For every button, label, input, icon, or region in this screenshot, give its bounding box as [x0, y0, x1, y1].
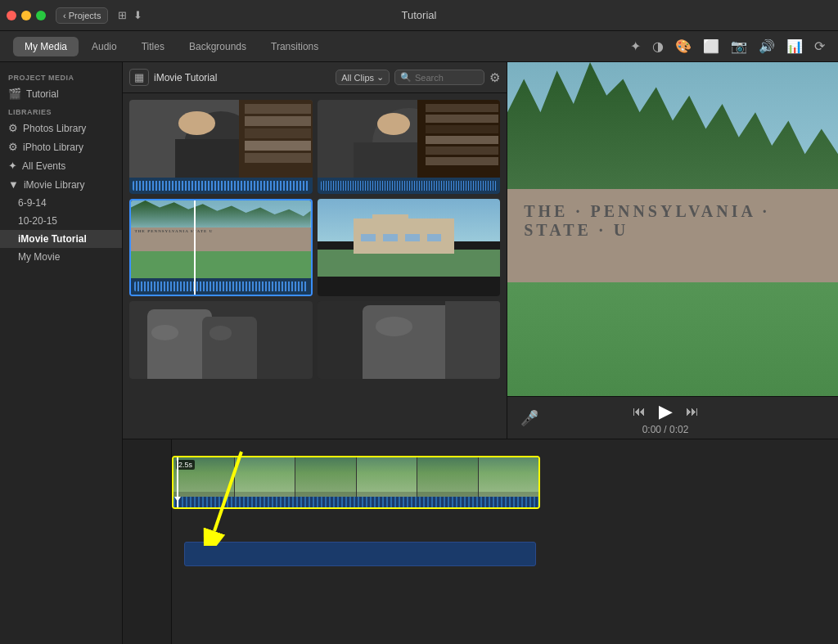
preview-video: THE · PENNSYLVANIA · STATE · U	[507, 62, 838, 396]
media-thumb-6[interactable]	[318, 301, 501, 379]
clip2-audio	[318, 178, 501, 194]
clip-frame-6	[479, 457, 539, 497]
clip-frame-2	[235, 457, 296, 497]
magic-wand-icon[interactable]: ✦	[630, 38, 641, 54]
sidebar-item-photos-library[interactable]: ⚙ Photos Library	[0, 119, 122, 137]
media-thumb-4[interactable]	[318, 199, 501, 296]
blue-background-track[interactable]	[184, 542, 536, 566]
playhead-indicator	[177, 457, 178, 507]
chevron-left-icon: ‹	[63, 11, 66, 20]
dropdown-arrow-icon: ⌄	[376, 72, 384, 83]
crop-icon[interactable]: ⬜	[703, 38, 719, 54]
clips-filter-label: All Clips	[341, 73, 374, 83]
clip-frame-3	[295, 457, 357, 497]
import-icon[interactable]: ⬇	[130, 7, 146, 23]
fullscreen-button[interactable]	[36, 11, 46, 20]
layout-icon[interactable]: ⊞	[115, 7, 130, 23]
media-thumb-2[interactable]	[318, 100, 501, 194]
sidebar-tutorial-label: Tutorial	[26, 88, 59, 100]
clip2-wave	[321, 181, 498, 191]
triangle-down-icon: ▼	[8, 178, 19, 191]
play-button[interactable]: ▶	[659, 401, 673, 422]
traffic-lights	[7, 11, 46, 20]
tab-titles[interactable]: Titles	[130, 37, 176, 56]
main-layout: PROJECT MEDIA 🎬 Tutorial LIBRARIES ⚙ Pho…	[0, 62, 838, 644]
clip1-wave	[133, 181, 309, 191]
media-browser-header: ▦ iMovie Tutorial All Clips ⌄ 🔍 ⚙	[123, 62, 507, 93]
sidebar-imovietutorial-label: iMovie Tutorial	[18, 233, 87, 245]
sidebar-102015-label: 10-20-15	[18, 215, 57, 227]
microphone-button[interactable]: 🎤	[520, 409, 538, 427]
sidebar-mymovie-label: My Movie	[18, 251, 60, 263]
media-thumb-3[interactable]: 2.5s THE PENNSYLVANIA STATE U	[129, 199, 313, 296]
sidebar-item-all-events[interactable]: ✦ All Events	[0, 156, 122, 175]
camera-icon[interactable]: 📷	[731, 38, 747, 54]
sidebar-item-iphoto-library[interactable]: ⚙ iPhoto Library	[0, 137, 122, 156]
clip-duration-badge: 2.5s	[176, 460, 195, 470]
iphoto-icon: ⚙	[8, 141, 18, 153]
clip-frame-4	[357, 457, 418, 497]
project-media-label: PROJECT MEDIA	[0, 69, 122, 84]
color-balance-icon[interactable]: ◑	[652, 38, 664, 54]
projects-back-label: Projects	[69, 11, 101, 20]
skip-forward-button[interactable]: ⏭	[686, 404, 699, 419]
sidebar-item-imovie-tutorial[interactable]: iMovie Tutorial	[0, 230, 122, 248]
timeline-clip[interactable]: 2.5s	[172, 456, 540, 509]
clips-filter-dropdown[interactable]: All Clips ⌄	[336, 70, 390, 85]
tab-backgrounds[interactable]: Backgrounds	[178, 37, 258, 56]
color-wheel-icon[interactable]: 🎨	[675, 38, 692, 54]
preview-playback-controls: ⏮ ▶ ⏭	[633, 401, 699, 422]
projects-back-button[interactable]: ‹ Projects	[56, 7, 108, 24]
chart-icon[interactable]: 📊	[786, 38, 803, 54]
close-button[interactable]	[7, 11, 16, 20]
sidebar-allevents-label: All Events	[22, 160, 65, 172]
sidebar-item-10-20-15[interactable]: 10-20-15	[0, 212, 122, 230]
tab-audio[interactable]: Audio	[80, 37, 128, 56]
photos-icon: ⚙	[8, 122, 18, 134]
minimize-button[interactable]	[21, 11, 31, 20]
timeline-content: 2.5s	[123, 439, 838, 644]
content-area: ▦ iMovie Tutorial All Clips ⌄ 🔍 ⚙	[123, 62, 838, 644]
search-box[interactable]: 🔍	[394, 70, 484, 85]
search-input[interactable]	[415, 73, 479, 83]
media-thumb-1[interactable]	[129, 100, 313, 194]
clip-filmstrip	[173, 457, 538, 497]
tab-transitions[interactable]: Transitions	[259, 37, 330, 56]
sidebar-item-6-9-14[interactable]: 6-9-14	[0, 194, 122, 212]
film-icon: 🎬	[8, 88, 21, 100]
sidebar: PROJECT MEDIA 🎬 Tutorial LIBRARIES ⚙ Pho…	[0, 62, 123, 644]
upper-content: ▦ iMovie Tutorial All Clips ⌄ 🔍 ⚙	[123, 62, 838, 439]
sidebar-item-imovie-library[interactable]: ▼ iMovie Library	[0, 175, 122, 194]
title-bar: ‹ Projects ⊞ ⬇ Tutorial	[0, 0, 838, 31]
skip-back-button[interactable]: ⏮	[633, 404, 646, 419]
media-browser: ▦ iMovie Tutorial All Clips ⌄ 🔍 ⚙	[123, 62, 507, 439]
time-display: 0:00 / 0:02	[642, 424, 689, 435]
playhead-arrow	[174, 497, 181, 502]
sidebar-iphoto-label: iPhoto Library	[23, 142, 83, 153]
all-events-icon: ✦	[8, 160, 17, 172]
speedometer-icon[interactable]: ⟳	[814, 38, 825, 54]
grid-view-button[interactable]: ▦	[129, 69, 149, 86]
sidebar-6914-label: 6-9-14	[18, 197, 47, 209]
sidebar-item-tutorial[interactable]: 🎬 Tutorial	[0, 84, 122, 103]
sidebar-imovielibrary-label: iMovie Library	[24, 179, 85, 191]
right-toolbar-icons: ✦ ◑ 🎨 ⬜ 📷 🔊 📊 ⟳	[630, 38, 825, 54]
media-thumb-5[interactable]	[129, 301, 313, 379]
preview-panel: THE · PENNSYLVANIA · STATE · U 🎤 ⏮ ▶ ⏭ 0…	[507, 62, 838, 439]
libraries-label: LIBRARIES	[0, 103, 122, 119]
window-title: Tutorial	[402, 9, 437, 21]
top-toolbar: My Media Audio Titles Backgrounds Transi…	[0, 31, 838, 62]
preview-controls: 🎤 ⏮ ▶ ⏭ 0:00 / 0:02	[507, 396, 838, 439]
volume-icon[interactable]: 🔊	[759, 38, 775, 54]
search-icon: 🔍	[400, 72, 412, 83]
sidebar-photos-label: Photos Library	[23, 123, 86, 134]
tab-my-media[interactable]: My Media	[13, 37, 79, 56]
preview-left-controls: 🎤	[520, 409, 538, 427]
clip3-audio	[131, 278, 311, 295]
sidebar-item-my-movie[interactable]: My Movie	[0, 248, 122, 266]
clip-frame-5	[417, 457, 479, 497]
media-tabs: My Media Audio Titles Backgrounds Transi…	[13, 37, 330, 56]
browser-settings-button[interactable]: ⚙	[489, 70, 500, 85]
clip3-wave	[134, 281, 308, 291]
media-grid: 2.5s THE PENNSYLVANIA STATE U	[123, 93, 507, 439]
